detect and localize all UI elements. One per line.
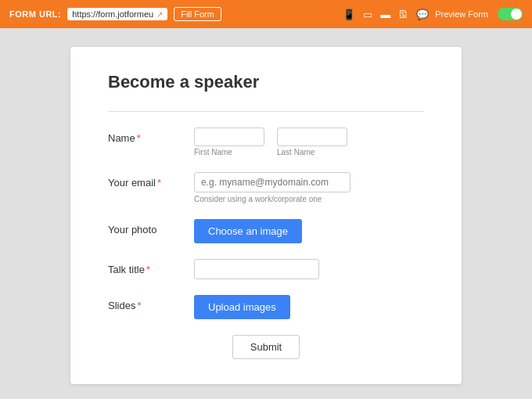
photo-field: Choose an image bbox=[194, 219, 424, 243]
topbar: FORM URL: https://form.jotformeu ↗ Fill … bbox=[0, 0, 532, 28]
desktop-icon[interactable]: 🖻 bbox=[398, 9, 408, 20]
choose-image-button[interactable]: Choose an image bbox=[194, 219, 302, 243]
last-name-group: Last Name bbox=[277, 128, 347, 156]
photo-row: Your photo Choose an image bbox=[108, 219, 424, 243]
fill-form-button[interactable]: Fill Form bbox=[174, 7, 221, 21]
name-inputs: First Name Last Name bbox=[194, 128, 424, 156]
email-input[interactable] bbox=[194, 172, 350, 192]
slides-row: Slides* Upload images bbox=[108, 295, 424, 319]
email-hint: Consider using a work/corporate one bbox=[194, 195, 424, 203]
external-link-icon[interactable]: ↗ bbox=[156, 10, 163, 19]
form-card: Become a speaker Name* First Name Last N… bbox=[70, 47, 462, 384]
slides-required-star: * bbox=[137, 300, 141, 311]
photo-label: Your photo bbox=[108, 219, 194, 235]
url-box: https://form.jotformeu ↗ bbox=[67, 8, 167, 20]
talk-title-input[interactable] bbox=[194, 259, 319, 279]
tablet-landscape-icon[interactable]: ▬ bbox=[380, 9, 390, 20]
form-divider bbox=[108, 111, 424, 112]
upload-images-button[interactable]: Upload images bbox=[194, 295, 290, 319]
form-title: Become a speaker bbox=[108, 72, 424, 92]
url-value: https://form.jotformeu bbox=[72, 9, 153, 19]
name-row: Name* First Name Last Name bbox=[108, 128, 424, 156]
email-required-star: * bbox=[157, 177, 161, 189]
first-name-group: First Name bbox=[194, 128, 264, 156]
first-name-input[interactable] bbox=[194, 128, 264, 146]
slides-field: Upload images bbox=[194, 295, 424, 319]
email-label: Your email* bbox=[108, 172, 194, 189]
name-required-star: * bbox=[137, 132, 141, 144]
tablet-portrait-icon[interactable]: ▭ bbox=[363, 9, 372, 20]
email-row: Your email* Consider using a work/corpor… bbox=[108, 172, 424, 203]
device-icons: 📱 ▭ ▬ 🖻 💬 bbox=[343, 9, 429, 20]
first-name-sublabel: First Name bbox=[194, 148, 264, 156]
mobile-icon[interactable]: 📱 bbox=[343, 9, 355, 20]
last-name-input[interactable] bbox=[277, 128, 347, 146]
chat-icon[interactable]: 💬 bbox=[416, 9, 429, 20]
email-field-group: Consider using a work/corporate one bbox=[194, 172, 424, 203]
talk-title-required-star: * bbox=[146, 264, 150, 275]
name-label: Name* bbox=[108, 128, 194, 144]
form-url-label: FORM URL: bbox=[9, 9, 61, 19]
preview-toggle[interactable] bbox=[498, 8, 523, 20]
talk-title-label: Talk title* bbox=[108, 259, 194, 275]
toggle-knob bbox=[511, 9, 522, 20]
talk-title-field bbox=[194, 259, 424, 279]
submit-row: Submit bbox=[108, 335, 424, 359]
name-field: First Name Last Name bbox=[194, 128, 424, 156]
last-name-sublabel: Last Name bbox=[277, 148, 347, 156]
talk-title-row: Talk title* bbox=[108, 259, 424, 279]
slides-label: Slides* bbox=[108, 295, 194, 311]
page-background: Become a speaker Name* First Name Last N… bbox=[0, 28, 532, 399]
submit-button[interactable]: Submit bbox=[232, 335, 300, 359]
preview-form-label: Preview Form bbox=[435, 9, 488, 19]
